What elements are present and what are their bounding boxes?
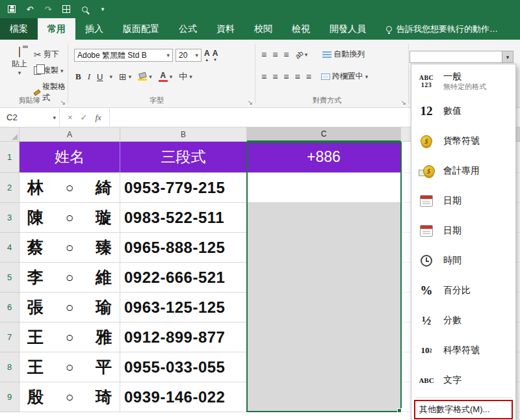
tab-developer[interactable]: 開發人員: [320, 18, 376, 40]
tab-view[interactable]: 檢視: [282, 18, 320, 40]
phone-cell[interactable]: 0983-522-511: [120, 203, 247, 233]
tab-data[interactable]: 資料: [207, 18, 244, 40]
name-cell[interactable]: 蔡 ○ 臻: [20, 233, 120, 263]
menu-item-scientific[interactable]: 102 科學符號: [411, 335, 515, 365]
shrink-font-button[interactable]: A▼: [213, 49, 218, 62]
column-header-c[interactable]: C: [247, 127, 401, 142]
selected-cell[interactable]: [247, 263, 401, 293]
menu-item-percentage[interactable]: % 百分比: [411, 276, 515, 306]
row-header[interactable]: 4: [0, 233, 20, 263]
number-format-dropdown-button[interactable]: ▾: [502, 51, 513, 62]
row-header[interactable]: 5: [0, 263, 20, 293]
align-middle-icon[interactable]: ≡: [272, 50, 278, 59]
name-cell[interactable]: 殷 ○ 琦: [20, 382, 120, 412]
phone-cell[interactable]: 0939-146-022: [120, 382, 247, 412]
copy-button[interactable]: 複製 ▾: [34, 65, 68, 76]
menu-item-short-date[interactable]: 日期: [411, 186, 515, 216]
bold-button[interactable]: B: [75, 72, 81, 82]
increase-indent-icon[interactable]: ≡: [306, 72, 311, 81]
cell-a1[interactable]: 姓名: [20, 142, 120, 173]
selected-cell[interactable]: [247, 322, 401, 352]
name-cell[interactable]: 李 ○ 維: [20, 263, 120, 293]
row-header[interactable]: 6: [0, 293, 20, 322]
clipboard-dialog-launcher[interactable]: ↘: [60, 99, 66, 106]
redo-button[interactable]: ↷: [43, 3, 53, 15]
align-right-icon[interactable]: ≡: [283, 72, 289, 81]
menu-item-currency[interactable]: $ 貨幣符號: [411, 126, 515, 156]
font-name-combo[interactable]: Adobe 繁黑體 Std B ▾: [74, 49, 173, 62]
orientation-button[interactable]: ab ▾: [295, 51, 308, 59]
menu-item-text[interactable]: ABC 文字: [411, 365, 515, 395]
name-box[interactable]: C2 ▾: [0, 108, 60, 127]
active-cell-c2[interactable]: [247, 173, 401, 203]
qat-customize-button[interactable]: ▾: [98, 3, 108, 15]
italic-button[interactable]: I: [88, 72, 90, 82]
decrease-indent-icon[interactable]: ≡: [295, 72, 300, 81]
name-cell[interactable]: 陳 ○ 璇: [20, 203, 120, 233]
phone-cell[interactable]: 0965-888-125: [120, 233, 247, 263]
menu-item-fraction[interactable]: ½ 分數: [411, 306, 515, 335]
phone-cell[interactable]: 0953-779-215: [120, 173, 247, 203]
fill-color-button[interactable]: ▾: [138, 73, 152, 81]
insert-function-button[interactable]: fx: [96, 112, 101, 123]
font-dialog-launcher[interactable]: ↘: [248, 99, 253, 106]
phone-cell[interactable]: 0912-899-877: [120, 322, 247, 352]
align-center-icon[interactable]: ≡: [272, 72, 278, 81]
column-header-a[interactable]: A: [20, 127, 120, 142]
cancel-button[interactable]: ×: [68, 112, 73, 122]
row-header[interactable]: 9: [0, 382, 20, 412]
name-cell[interactable]: 王 ○ 平: [20, 352, 120, 382]
row-header[interactable]: 1: [0, 142, 20, 173]
selected-cell[interactable]: [247, 352, 401, 382]
menu-item-time[interactable]: 時間: [411, 246, 515, 276]
name-cell[interactable]: 張 ○ 瑜: [20, 293, 120, 322]
row-header[interactable]: 3: [0, 203, 20, 233]
tab-home[interactable]: 常用: [38, 18, 75, 40]
name-cell[interactable]: 林 ○ 綺: [20, 173, 120, 203]
phone-cell[interactable]: 0922-666-521: [120, 263, 247, 293]
align-left-icon[interactable]: ≡: [261, 72, 266, 81]
undo-button[interactable]: ↶: [25, 3, 35, 15]
tab-review[interactable]: 校閱: [244, 18, 282, 40]
menu-item-accounting[interactable]: $ 會計專用: [411, 156, 515, 186]
name-cell[interactable]: 王 ○ 雅: [20, 322, 120, 352]
enter-button[interactable]: ✓: [81, 112, 88, 122]
paste-button[interactable]: 貼上 ▾: [5, 47, 34, 76]
cell-c1[interactable]: +886: [247, 142, 401, 173]
row-header[interactable]: 8: [0, 352, 20, 382]
align-bottom-icon[interactable]: ≡: [283, 50, 289, 59]
selected-cell[interactable]: [247, 293, 401, 322]
row-header[interactable]: 2: [0, 173, 20, 203]
save-button[interactable]: [6, 3, 17, 15]
selected-cell[interactable]: [247, 382, 401, 412]
borders-button[interactable]: ⊞ ▾: [119, 72, 131, 81]
underline-button[interactable]: U: [97, 72, 103, 82]
selected-cell[interactable]: [247, 203, 401, 233]
phone-cell[interactable]: 0963-125-125: [120, 293, 247, 322]
menu-item-general[interactable]: ABC 123 一般 無特定的格式: [411, 66, 515, 96]
phone-cell[interactable]: 0955-033-055: [120, 352, 247, 382]
wrap-text-button[interactable]: 自動換列: [322, 49, 365, 60]
cut-button[interactable]: ✂ 剪下: [34, 49, 68, 60]
menu-item-number[interactable]: 12 數值: [411, 96, 515, 126]
phonetic-button[interactable]: 中 ▾: [179, 71, 192, 83]
tab-file[interactable]: 檔案: [0, 18, 38, 40]
menu-item-more-formats[interactable]: 其他數字格式(M)...: [414, 400, 513, 419]
tab-insert[interactable]: 插入: [75, 18, 113, 40]
menu-item-long-date[interactable]: 日期: [411, 216, 515, 246]
tell-me-box[interactable]: 告訴我您想要執行的動作…: [386, 18, 498, 40]
alignment-dialog-launcher[interactable]: ↘: [401, 99, 406, 106]
select-all-corner[interactable]: [0, 127, 20, 142]
cell-b1[interactable]: 三段式: [120, 142, 247, 173]
font-color-button[interactable]: A ▾: [159, 72, 173, 82]
grow-font-button[interactable]: A▲: [204, 49, 210, 62]
font-size-combo[interactable]: 20 ▾: [176, 49, 202, 62]
column-header-b[interactable]: B: [120, 127, 247, 142]
tab-page-layout[interactable]: 版面配置: [113, 18, 169, 40]
tab-formulas[interactable]: 公式: [169, 18, 207, 40]
touch-mode-button[interactable]: [61, 3, 72, 15]
row-header[interactable]: 7: [0, 322, 20, 352]
align-top-icon[interactable]: ≡: [261, 50, 266, 59]
number-format-combo[interactable]: ▾: [410, 51, 514, 63]
merge-center-button[interactable]: 跨欄置中 ▾: [321, 71, 369, 82]
